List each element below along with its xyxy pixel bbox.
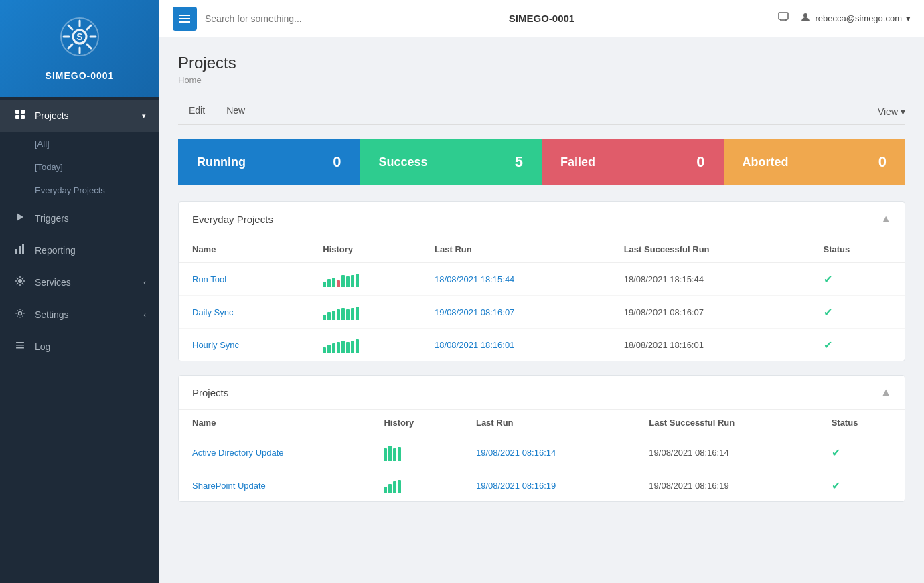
history-chart <box>384 477 449 493</box>
svg-point-20 <box>19 312 22 315</box>
last-run: 19/08/2021 08:16:14 <box>463 436 635 469</box>
chart-bar <box>384 487 387 493</box>
svg-rect-18 <box>22 244 24 254</box>
svg-rect-24 <box>179 15 190 16</box>
breadcrumb-home[interactable]: Home <box>178 75 202 85</box>
last-successful-run: 18/08/2021 18:16:01 <box>611 329 810 361</box>
sidebar-item-log-label: Log <box>35 341 50 352</box>
user-icon <box>800 12 811 25</box>
status-icon: ✔ <box>824 307 832 318</box>
project-link[interactable]: Run Tool <box>192 274 226 284</box>
projects-header: Projects ▲ <box>179 376 905 410</box>
sidebar-item-triggers[interactable]: Triggers <box>0 202 159 234</box>
chart-bar <box>351 341 354 353</box>
svg-rect-12 <box>21 110 25 114</box>
svg-rect-17 <box>19 246 21 254</box>
projects-collapse-icon[interactable]: ▲ <box>880 386 891 398</box>
last-successful-run: 19/08/2021 08:16:14 <box>635 436 818 469</box>
running-label: Running <box>197 155 246 169</box>
svg-rect-22 <box>16 345 24 346</box>
last-successful-run: 19/08/2021 08:16:19 <box>635 469 818 502</box>
everyday-projects-header-row: Name History Last Run Last Successful Ru… <box>179 236 905 263</box>
success-count: 5 <box>515 153 523 171</box>
app-logo-icon: S <box>60 17 100 65</box>
sidebar-item-reporting[interactable]: Reporting <box>0 234 159 266</box>
new-button[interactable]: New <box>216 98 256 125</box>
chart-bar <box>332 343 335 353</box>
history-chart <box>384 444 449 461</box>
status-card-failed[interactable]: Failed 0 <box>542 139 724 185</box>
chart-bar <box>351 308 354 320</box>
chart-bar <box>351 275 354 287</box>
status-card-aborted[interactable]: Aborted 0 <box>724 139 906 185</box>
project-link[interactable]: Daily Sync <box>192 307 233 317</box>
everyday-projects-section: Everyday Projects ▲ Name History Last Ru… <box>178 201 905 361</box>
sidebar-item-settings[interactable]: Settings ‹ <box>0 299 159 331</box>
chart-bar <box>323 282 326 287</box>
topbar-right: rebecca@simego.com ▾ <box>777 11 911 26</box>
last-run: 19/08/2021 08:16:07 <box>421 296 611 329</box>
chart-bar <box>327 312 331 320</box>
search-input[interactable] <box>205 13 769 24</box>
settings-icon <box>13 308 27 321</box>
user-chevron-icon: ▾ <box>906 13 911 23</box>
view-button[interactable]: View ▾ <box>878 106 905 117</box>
projects-icon <box>13 109 27 122</box>
last-successful-run: 18/08/2021 18:15:44 <box>611 263 810 296</box>
services-icon <box>13 276 27 289</box>
projects-header-row: Name History Last Run Last Successful Ru… <box>179 410 905 436</box>
status-card-running[interactable]: Running 0 <box>178 139 360 185</box>
sidebar-item-triggers-label: Triggers <box>35 213 69 224</box>
svg-line-8 <box>87 25 91 29</box>
history-chart <box>323 304 408 320</box>
sidebar-sub-all[interactable]: [All] <box>0 132 159 155</box>
svg-text:S: S <box>76 31 82 42</box>
projects-chevron-icon: ▾ <box>142 112 146 120</box>
sidebar-sub-everyday[interactable]: Everyday Projects <box>0 179 159 202</box>
sidebar-sub-today[interactable]: [Today] <box>0 155 159 179</box>
chart-bar <box>327 345 331 353</box>
chart-bar <box>332 311 335 320</box>
chart-bar <box>327 279 331 287</box>
col-last-successful-2: Last Successful Run <box>635 410 818 436</box>
col-status-2: Status <box>818 410 905 436</box>
chart-bar <box>341 275 345 287</box>
edit-button[interactable]: Edit <box>178 98 216 125</box>
col-history-1: History <box>309 236 421 263</box>
page-title: Projects <box>178 54 905 72</box>
sidebar-item-projects-label: Projects <box>35 110 69 121</box>
status-card-success[interactable]: Success 5 <box>360 139 542 185</box>
menu-button[interactable] <box>173 7 197 31</box>
svg-marker-15 <box>17 213 23 221</box>
notification-icon[interactable] <box>777 11 789 26</box>
svg-rect-27 <box>779 13 788 19</box>
sidebar-item-services[interactable]: Services ‹ <box>0 266 159 299</box>
sidebar-item-projects[interactable]: Projects ▾ <box>0 100 159 132</box>
everyday-projects-header: Everyday Projects ▲ <box>179 202 905 236</box>
sidebar-item-log[interactable]: Log <box>0 331 159 363</box>
chart-bar <box>337 309 340 320</box>
chart-bar <box>346 276 350 287</box>
topbar-title: SIMEGO-0001 <box>509 13 574 24</box>
svg-line-9 <box>68 44 72 48</box>
svg-rect-13 <box>15 115 19 119</box>
user-menu[interactable]: rebecca@simego.com ▾ <box>800 12 911 25</box>
last-run: 18/08/2021 18:16:01 <box>421 329 611 361</box>
log-icon <box>13 340 27 353</box>
project-link[interactable]: Hourly Sync <box>192 340 239 350</box>
chart-bar <box>356 339 359 353</box>
last-run: 19/08/2021 08:16:19 <box>463 469 635 502</box>
project-link[interactable]: Active Directory Update <box>192 448 284 458</box>
project-link[interactable]: SharePoint Update <box>192 481 266 491</box>
chart-bar <box>341 341 345 353</box>
everyday-projects-collapse-icon[interactable]: ▲ <box>880 213 891 225</box>
svg-rect-16 <box>15 249 17 254</box>
col-last-successful-1: Last Successful Run <box>611 236 810 263</box>
chart-bar <box>388 484 392 493</box>
status-cards: Running 0 Success 5 Failed 0 Aborted 0 <box>178 139 905 185</box>
svg-rect-21 <box>16 342 24 343</box>
reporting-icon <box>13 244 27 257</box>
sidebar-item-reporting-label: Reporting <box>35 245 76 256</box>
main-content: SIMEGO-0001 rebecca@simego.com ▾ Project… <box>159 0 924 583</box>
failed-count: 0 <box>696 153 704 171</box>
